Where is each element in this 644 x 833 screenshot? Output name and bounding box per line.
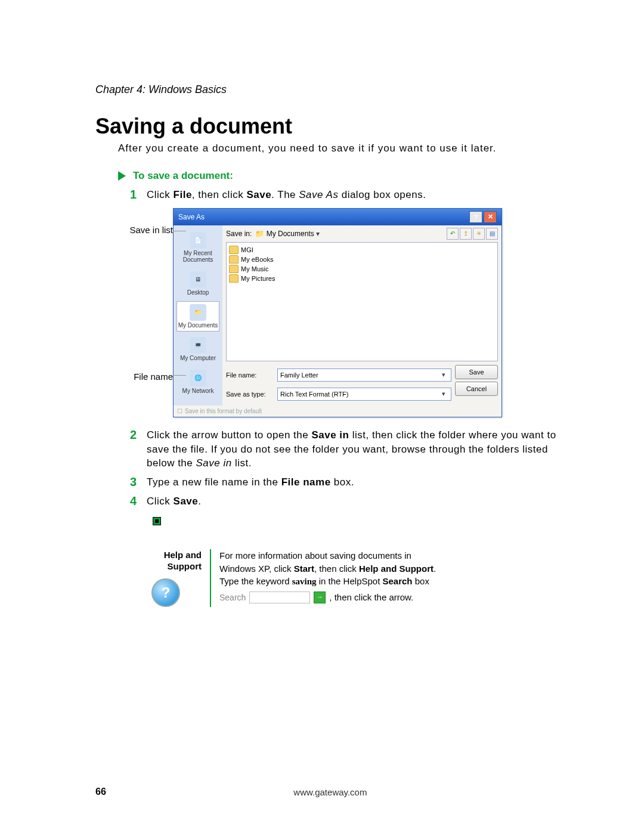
help-line2: Type the keyword saving in the HelpSpot … <box>219 575 572 589</box>
savetype-dropdown[interactable]: Rich Text Format (RTF) ▾ <box>277 388 451 401</box>
folder-icon <box>229 274 239 283</box>
new-folder-button[interactable]: ✳ <box>473 228 485 240</box>
filename-value: Family Letter <box>280 371 318 379</box>
filename-input[interactable]: Family Letter ▾ <box>277 368 451 382</box>
place-desktop[interactable]: 🖥Desktop <box>177 268 219 299</box>
step-text: . The <box>271 189 299 200</box>
folder-item[interactable]: My Pictures <box>229 274 495 283</box>
callout-file-name: File name <box>95 371 173 382</box>
note-text: Save in this format by default <box>185 408 262 414</box>
folder-item[interactable]: My Music <box>229 264 495 274</box>
folder-item[interactable]: My eBooks <box>229 255 495 264</box>
step-text: , then click <box>192 189 247 200</box>
savetype-label: Save as type: <box>226 391 274 398</box>
step-bold: Save <box>174 496 199 507</box>
page-title: Saving a document <box>95 114 572 139</box>
callout-line <box>173 375 186 376</box>
divider <box>210 549 211 607</box>
folder-icon <box>229 265 239 273</box>
step-2: 2 Click the arrow button to open the Sav… <box>130 428 572 470</box>
step-1: 1 Click File, then click Save. The Save … <box>130 188 572 202</box>
filename-label: File name: <box>226 371 274 379</box>
search-label: Search <box>219 592 246 603</box>
step-text: dialog box opens. <box>338 189 426 200</box>
folder-icon <box>229 255 239 264</box>
file-list[interactable]: MGI My eBooks My Music My Pictures <box>226 242 498 361</box>
step-bold: File <box>174 189 192 200</box>
place-label: My Network <box>182 388 214 394</box>
search-go-button[interactable]: → <box>314 592 326 603</box>
cancel-button[interactable]: Cancel <box>455 382 498 396</box>
chevron-down-icon[interactable]: ▾ <box>316 230 320 238</box>
step-text: Type a new file name in the <box>147 476 281 488</box>
step-text: Click <box>147 496 174 507</box>
step-text: Click the arrow button to open the <box>147 429 311 441</box>
step-bold: File name <box>281 476 331 488</box>
step-3: 3 Type a new file name in the File name … <box>130 475 572 490</box>
views-button[interactable]: ▤ <box>486 228 498 240</box>
help-line3: , then click the arrow. <box>329 591 413 604</box>
section-label: To save a document: <box>133 170 233 182</box>
back-button[interactable]: ↶ <box>447 228 459 240</box>
close-button[interactable]: ✕ <box>484 211 497 223</box>
folder-item[interactable]: MGI <box>229 245 495 255</box>
step-italic: Save in <box>196 457 232 469</box>
folder-icon <box>229 246 239 254</box>
intro-text: After you create a document, you need to… <box>95 143 572 154</box>
place-recent[interactable]: 📄My Recent Documents <box>177 229 219 266</box>
places-bar: 📄My Recent Documents 🖥Desktop 📁My Docume… <box>174 225 222 405</box>
place-mynetwork[interactable]: 🌐My Network <box>177 367 219 397</box>
help-button[interactable]: ? <box>469 211 482 223</box>
place-label: My Documents <box>178 322 218 329</box>
chevron-down-icon[interactable]: ▾ <box>439 390 448 398</box>
step-number: 3 <box>130 475 142 490</box>
help-icon: ? <box>151 578 180 607</box>
step-4: 4 Click Save. <box>130 494 572 509</box>
folder-label: My Music <box>241 265 268 272</box>
page-number: 66 <box>95 786 106 797</box>
default-format-note: ☐Save in this format by default <box>174 405 501 417</box>
footer-url: www.gateway.com <box>106 787 555 797</box>
dialog-titlebar: Save As ? ✕ <box>174 209 501 225</box>
place-label: My Computer <box>180 355 216 361</box>
folder-label: MGI <box>241 246 253 253</box>
chevron-down-icon[interactable]: ▾ <box>439 371 448 379</box>
help-heading: Help andSupport <box>130 549 202 572</box>
place-label: My Recent Documents <box>183 250 213 263</box>
step-text: box. <box>331 476 354 488</box>
place-mycomputer[interactable]: 💻My Computer <box>177 334 219 364</box>
save-as-dialog: Save As ? ✕ 📄My Recent Documents 🖥Deskto… <box>173 208 502 417</box>
place-mydocs[interactable]: 📁My Documents <box>177 301 219 332</box>
callout-save-in: Save in list <box>95 225 173 236</box>
folder-label: My eBooks <box>241 256 273 263</box>
help-and-support: Help andSupport ? For more information a… <box>130 549 572 607</box>
savetype-value: Rich Text Format (RTF) <box>280 391 349 398</box>
step-number: 2 <box>130 428 142 470</box>
step-bold: Save in <box>311 429 349 441</box>
callout-line <box>173 231 186 231</box>
save-in-value: My Documents <box>267 230 314 238</box>
step-bold: Save <box>246 189 271 200</box>
step-text: list. <box>232 457 252 469</box>
step-italic: Save As <box>299 189 338 200</box>
dialog-title: Save As <box>178 213 205 221</box>
play-icon <box>118 171 126 181</box>
chapter-header: Chapter 4: Windows Basics <box>95 83 572 96</box>
up-button[interactable]: ↥ <box>460 228 472 240</box>
step-text: . <box>198 496 201 507</box>
step-text: Click <box>147 189 174 200</box>
step-number: 4 <box>130 494 142 509</box>
save-in-label: Save in: <box>226 230 252 238</box>
search-input[interactable] <box>249 592 310 603</box>
stop-icon <box>153 517 161 525</box>
step-number: 1 <box>130 188 142 202</box>
folder-label: My Pictures <box>241 275 275 282</box>
help-line1: For more information about saving docume… <box>219 549 572 575</box>
save-in-dropdown[interactable]: 📁 My Documents ▾ <box>255 230 443 238</box>
save-button[interactable]: Save <box>455 365 498 379</box>
place-label: Desktop <box>187 289 209 296</box>
